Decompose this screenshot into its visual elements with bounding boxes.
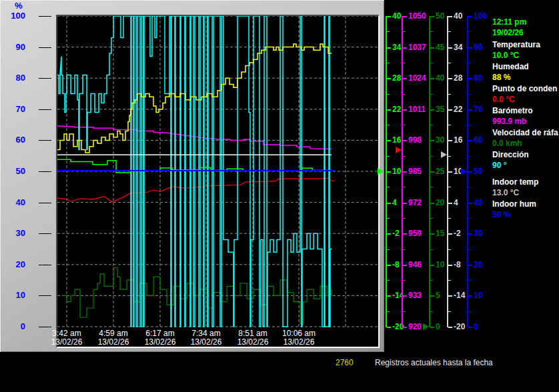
wind-speed-axis-tick [430, 16, 434, 17]
indoor-temp-axis-tick-label: -2 [454, 229, 476, 238]
humidity-axis-minor-tick [468, 31, 471, 32]
indoor-temp-axis-minor-tick [448, 311, 451, 312]
percent-axis-tick [39, 203, 51, 203]
indoor-temp-axis-tick [448, 265, 452, 266]
wind-speed-axis-tick [430, 203, 434, 204]
reading-88-: 88 % [492, 73, 510, 82]
humidity-axis-tick [468, 233, 472, 235]
temperature-axis-minor-tick [387, 280, 390, 281]
humidity-axis-minor-tick [468, 218, 471, 219]
barometer-axis-tick-label: 946 [408, 260, 431, 269]
temperature-axis-tick [387, 47, 391, 49]
barometer-axis-minor-tick [403, 63, 406, 63]
temperature-marker [378, 168, 384, 175]
percent-axis-tick [39, 295, 51, 296]
indoor-temp-axis-minor-tick [448, 31, 451, 32]
humidity-axis-minor-tick [468, 280, 471, 281]
wind-speed-axis-tick [430, 327, 434, 328]
indoor-temp-axis-tick [448, 78, 452, 79]
humidity-axis-tick [468, 203, 472, 204]
barometer-axis-tick [403, 233, 407, 235]
record-count-caption: Registros actuales hasta la fecha [375, 358, 493, 367]
barometer-axis-tick [403, 295, 407, 297]
indoor-temp-axis-tick [448, 16, 452, 17]
barometer-axis-tick [403, 140, 407, 141]
temperature-axis-minor-tick [387, 63, 390, 63]
humidity-axis-tick-label: 10 [474, 291, 496, 300]
barometer-axis-tick-label: 1037 [408, 43, 431, 52]
barometer-axis-minor-tick [403, 311, 406, 312]
wind-speed-axis-minor-tick [430, 31, 433, 32]
temperature-axis-tick [387, 171, 391, 173]
temperature-axis-minor-tick [387, 156, 390, 157]
humidity-axis-minor-tick [468, 125, 471, 125]
barometer-axis-tick [403, 47, 407, 49]
percent-axis-tick-label: 30 [1, 228, 25, 238]
barometer-axis-tick-label: 985 [408, 167, 431, 176]
wind-speed-axis-tick [430, 265, 434, 266]
reading-19-02-26: 19/02/26 [492, 28, 524, 37]
indoor-temp-axis-minor-tick [448, 125, 451, 125]
humidity-axis-tick-label: 30 [474, 229, 496, 238]
weather-app-window: { "left_axis": { "unit": "%", "color": "… [0, 0, 559, 392]
indoor-temp-axis-minor-tick [448, 280, 451, 281]
reading-bar-metro: Barómetro [492, 106, 533, 115]
barometer-axis-minor-tick [403, 156, 406, 157]
percent-axis-tick [39, 78, 51, 79]
percent-axis-tick [39, 265, 51, 265]
reading-temperatura: Temperatura [492, 40, 540, 49]
barometer-axis-minor-tick [403, 187, 406, 187]
temperature-axis-tick [387, 295, 391, 297]
indoor-temp-marker [441, 151, 447, 158]
percent-axis-tick [39, 327, 51, 327]
barometer-axis-minor-tick [403, 218, 406, 219]
wind-speed-axis-tick [430, 171, 434, 173]
time-axis-date-label: 13/02/26 [183, 338, 229, 347]
barometer-marker [396, 147, 402, 153]
wind-speed-axis-minor-tick [430, 187, 433, 187]
temperature-axis-minor-tick [387, 187, 390, 187]
reading-90-: 90 ° [492, 161, 506, 170]
temperature-axis-minor-tick [387, 125, 390, 125]
indoor-temp-axis-minor-tick [448, 63, 451, 63]
reading-50-: 50 % [492, 210, 510, 219]
reading-humedad: Humedad [492, 62, 529, 71]
humidity-axis-minor-tick [468, 311, 471, 312]
percent-axis-tick-label: 60 [1, 135, 25, 145]
temperature-axis-tick [387, 109, 391, 111]
wind-speed-axis-minor-tick [430, 63, 433, 63]
history-graph [57, 16, 378, 347]
barometer-axis-tick-label: 1011 [408, 105, 431, 114]
reading-indoor-temp: Indoor temp [492, 177, 538, 187]
temperature-axis-minor-tick [387, 94, 390, 95]
indoor-temp-axis-minor-tick [448, 187, 451, 187]
percent-axis-tick [39, 140, 51, 141]
indoor-temp-axis-tick [448, 203, 452, 204]
temperature-axis-minor-tick [387, 31, 390, 32]
temperature-axis-minor-tick [387, 311, 390, 312]
indoor-temp-axis-tick-label: 40 [454, 11, 476, 21]
humidity-axis-tick [468, 47, 472, 49]
gust-marker [423, 323, 429, 330]
temperature-axis-tick [387, 233, 391, 235]
humidity-axis-minor-tick [468, 187, 471, 187]
time-axis-date-label: 13/02/26 [229, 338, 276, 347]
reading-12-11-pm: 12:11 pm [492, 17, 526, 27]
barometer-axis-tick [403, 171, 407, 173]
reading-0-0-c: 0.0 °C [492, 95, 514, 104]
percent-axis-unit-label: % [15, 1, 23, 11]
wind-speed-axis-minor-tick [430, 249, 433, 250]
indoor-temp-axis-tick-label: 34 [454, 43, 476, 52]
indoor-temp-axis-tick [448, 327, 452, 328]
wind-speed-axis-minor-tick [430, 156, 433, 157]
percent-axis-tick [39, 171, 51, 172]
reading-punto-de-conden: Punto de conden [492, 84, 557, 93]
series-dew-point [57, 178, 334, 202]
indoor-temp-axis-tick [448, 171, 452, 173]
indoor-temp-axis-tick [448, 140, 452, 141]
barometer-axis-tick-label: 998 [408, 135, 431, 145]
barometer-axis-tick-label: 972 [408, 198, 431, 207]
humidity-axis-tick [468, 265, 472, 266]
humidity-axis-tick-label: 0 [474, 322, 496, 331]
temperature-axis-minor-tick [387, 218, 390, 219]
